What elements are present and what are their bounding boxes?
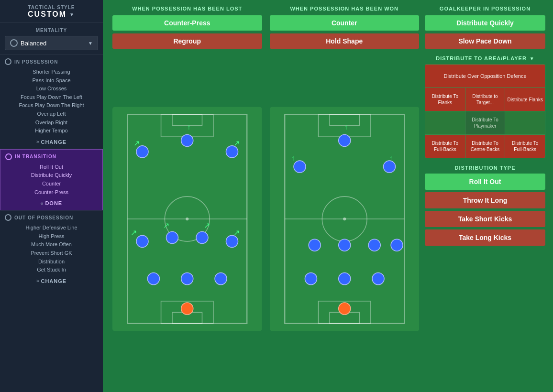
take-long-kicks-btn[interactable]: Take Long Kicks [425, 229, 545, 246]
gk-panel-title: GOALKEEPER IN POSSESSION [425, 6, 545, 11]
possession-item-5: Focus Play Down The Right [5, 101, 98, 110]
dist-cell-empty-left [425, 111, 465, 134]
mentality-dropdown[interactable]: Balanced ▼ [5, 36, 98, 50]
svg-point-36 [338, 134, 350, 146]
distribute-quickly-btn[interactable]: Distribute Quickly [425, 15, 545, 31]
in-possession-icon [5, 58, 11, 65]
out-possession-item-1: Higher Defensive Line [5, 224, 98, 232]
dist-cell-flanks-right[interactable]: Distribute Flanks [505, 88, 545, 111]
dist-cell-centrebacks[interactable]: Distribute To Centre-Backs [465, 135, 506, 158]
mentality-section: MENTALITY Balanced ▼ [0, 23, 103, 54]
svg-point-11 [226, 146, 238, 158]
counter-btn[interactable]: Counter [270, 15, 420, 31]
possession-change-btn[interactable]: » CHANGE [5, 139, 98, 145]
pitch-svg-won: ↑ ↑ ↑ [270, 54, 420, 383]
sidebar-section-out-of-possession: OUT OF POSSESSION Higher Defensive Line … [0, 210, 103, 288]
mentality-dropdown-arrow: ▼ [88, 41, 93, 46]
svg-point-19 [196, 232, 208, 244]
svg-point-13 [181, 134, 193, 146]
dist-row-3: Distribute To Playmaker [425, 111, 545, 135]
sidebar-section-in-possession: IN POSSESSION Shorter Passing Pass Into … [0, 54, 103, 149]
hold-shape-btn[interactable]: Hold Shape [270, 33, 420, 49]
svg-point-26 [181, 303, 193, 315]
out-possession-item-6: Get Stuck In [5, 266, 98, 274]
svg-point-25 [215, 273, 227, 285]
svg-point-43 [338, 239, 350, 251]
svg-text:↗: ↗ [163, 221, 169, 229]
transition-item-3: Counter [5, 180, 98, 188]
svg-point-23 [147, 273, 159, 285]
sidebar: TACTICAL STYLE CUSTOM ▼ MENTALITY Balanc… [0, 0, 103, 392]
possession-item-1: Shorter Passing [5, 68, 98, 76]
svg-point-9 [136, 146, 148, 158]
pitch-won: ↑ ↑ ↑ [270, 54, 420, 383]
dist-cell-target[interactable]: Distribute to Target... [465, 88, 506, 111]
dist-cell-fullback-right[interactable]: Distribute To Full-Backs [505, 135, 545, 158]
transition-item-2: Distribute Quickly [5, 171, 98, 180]
svg-point-49 [338, 303, 350, 315]
possession-item-3: Low Crosses [5, 85, 98, 93]
transition-done-label: DONE [45, 200, 62, 206]
svg-point-17 [166, 232, 178, 244]
possession-item-8: Higher Tempo [5, 127, 98, 135]
dist-row-4: Distribute To Full-Backs Distribute To C… [425, 135, 545, 158]
svg-point-31 [343, 218, 346, 220]
svg-point-40 [383, 161, 395, 173]
tactical-style-value[interactable]: CUSTOM ▼ [0, 10, 103, 19]
possession-item-6: Overlap Left [5, 110, 98, 119]
possession-item-2: Pass Into Space [5, 76, 98, 85]
in-transition-title: IN TRANSITION [15, 154, 56, 159]
possession-change-label: CHANGE [41, 139, 66, 145]
throw-it-long-btn[interactable]: Throw It Long [425, 192, 545, 208]
distribute-area-dropdown-arrow[interactable]: ▼ [530, 56, 534, 61]
svg-text:↑: ↑ [291, 154, 295, 162]
out-change-chevron-icon: » [36, 278, 39, 283]
out-of-possession-title: OUT OF POSSESSION [14, 215, 73, 220]
out-possession-item-2: High Press [5, 232, 98, 241]
out-possession-item-4: Prevent Short GK [5, 249, 98, 258]
dist-cell-flanks-left[interactable]: Distribute To Flanks [425, 88, 465, 111]
tactical-style-header: TACTICAL STYLE CUSTOM ▼ [0, 0, 103, 23]
svg-point-46 [305, 273, 317, 285]
dist-cell-fullback-left[interactable]: Distribute To Full-Backs [425, 135, 465, 158]
svg-point-21 [226, 235, 238, 247]
pitch-svg-lost: ↗ ↗ ↑ ↗ ↗ ↗ ↗ [112, 54, 262, 383]
svg-point-44 [368, 239, 380, 251]
in-transition-icon [5, 153, 12, 160]
tactical-style-dropdown-arrow: ▼ [69, 12, 75, 17]
possession-item-4: Focus Play Down The Left [5, 93, 98, 102]
out-of-possession-icon [5, 214, 11, 221]
change-chevron-icon: » [36, 139, 39, 144]
svg-text:↗: ↗ [233, 139, 240, 147]
out-possession-item-5: Distribution [5, 258, 98, 266]
tactical-style-label: TACTICAL STYLE [0, 5, 103, 10]
svg-point-42 [309, 239, 321, 251]
panel-won-title: WHEN POSSESSION HAS BEEN WON [290, 6, 398, 11]
svg-text:↑: ↑ [187, 123, 191, 131]
distribution-type-label: DISTRIBUTION TYPE [425, 165, 545, 171]
out-possession-change-btn[interactable]: » CHANGE [5, 278, 98, 284]
svg-point-4 [186, 218, 188, 220]
svg-text:↑: ↑ [389, 154, 393, 162]
svg-point-48 [372, 273, 384, 285]
svg-text:↗: ↗ [131, 229, 137, 237]
out-possession-item-3: Much More Often [5, 240, 98, 249]
slow-pace-btn[interactable]: Slow Pace Down [425, 33, 545, 49]
done-chevron-icon: « [41, 201, 44, 206]
transition-done-btn[interactable]: « DONE [5, 200, 98, 206]
out-possession-change-label: CHANGE [41, 278, 66, 284]
dist-cell-playmaker[interactable]: Distribute To Playmaker [465, 111, 506, 134]
sidebar-section-in-transition: IN TRANSITION Roll It Out Distribute Qui… [0, 149, 103, 210]
distribute-grid: Distribute Over Opposition Defence Distr… [425, 64, 545, 158]
roll-it-out-btn[interactable]: Roll It Out [425, 174, 545, 190]
transition-item-1: Roll It Out [5, 163, 98, 172]
counter-press-btn[interactable]: Counter-Press [112, 15, 262, 31]
svg-point-47 [338, 273, 350, 285]
in-possession-title: IN POSSESSION [14, 59, 58, 65]
svg-point-45 [391, 239, 403, 251]
dist-cell-over-defence[interactable]: Distribute Over Opposition Defence [425, 65, 545, 87]
regroup-btn[interactable]: Regroup [112, 33, 262, 49]
panel-possession-lost: WHEN POSSESSION HAS BEEN LOST Counter-Pr… [109, 6, 266, 386]
take-short-kicks-btn[interactable]: Take Short Kicks [425, 211, 545, 227]
svg-text:↗: ↗ [233, 229, 240, 237]
